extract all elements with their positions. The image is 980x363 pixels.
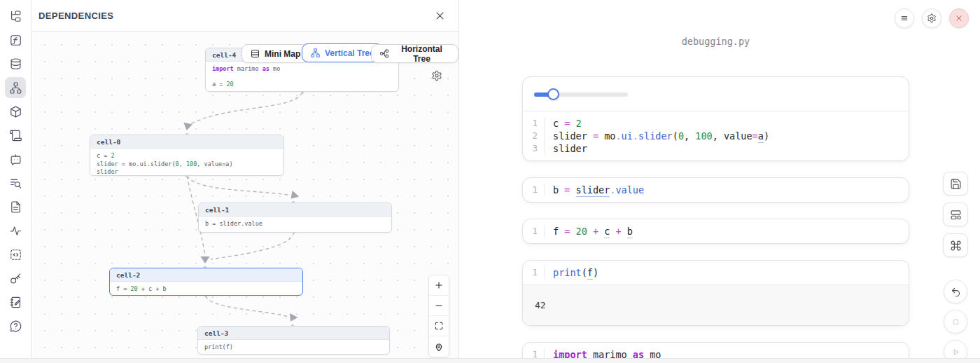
close-panel-button[interactable]	[434, 11, 445, 22]
cell-code[interactable]: f = 20 + c + b	[545, 225, 633, 238]
graph-node-code: import marimo as moa = 20	[206, 62, 398, 92]
documentation-icon	[9, 129, 22, 142]
snippets-icon	[9, 248, 22, 261]
notebook-main: debugging.py 123 c = 2slider = mo.ui.sli…	[459, 0, 980, 363]
shutdown-button[interactable]	[949, 8, 969, 28]
sidebar-item-secrets[interactable]	[5, 268, 26, 289]
sidebar-item-tracing[interactable]	[5, 220, 26, 241]
menu-button[interactable]	[895, 8, 914, 28]
line-numbers: 1	[523, 225, 545, 238]
locate-button[interactable]	[429, 336, 449, 357]
sidebar-item-documentation[interactable]	[5, 125, 26, 146]
command-button[interactable]	[943, 233, 968, 257]
graph-node-cell-0[interactable]: cell-0 c = 2slider = mo.ui.slider(0, 100…	[90, 135, 284, 176]
gear-button[interactable]	[922, 8, 941, 28]
scratchpad-icon	[9, 296, 22, 309]
notebook-cell-1: 1 b = slider.value	[522, 177, 909, 203]
packages-icon	[9, 105, 22, 118]
fullscreen-icon	[434, 321, 444, 331]
cell-code[interactable]: c = 2slider = mo.ui.slider(0, 100, value…	[545, 117, 769, 155]
dependency-graph-canvas[interactable]: cell-4 import marimo as moa = 20 cell-0 …	[31, 32, 458, 363]
command-icon	[950, 240, 962, 252]
minimap-icon	[250, 48, 260, 59]
notebook-header-actions	[895, 8, 969, 28]
notebook-cell-2: 1 f = 20 + c + b	[522, 219, 909, 244]
graph-node-title: cell-1	[199, 203, 391, 217]
cell-code[interactable]: print(f)	[545, 266, 598, 279]
document-icon	[9, 200, 22, 214]
marimo-app: DEPENDENCIES cell-4 import marimo as moa…	[0, 0, 980, 363]
stop-icon	[951, 317, 961, 327]
close-icon	[435, 11, 445, 21]
slider-thumb[interactable]	[547, 88, 559, 100]
graph-zoom-controls	[428, 275, 449, 357]
shutdown-icon	[954, 13, 964, 23]
line-numbers: 1	[523, 266, 545, 279]
notebook-cell-0: 123 c = 2slider = mo.ui.slider(0, 100, v…	[522, 76, 909, 161]
gear-icon	[927, 13, 937, 23]
sidebar-item-packages[interactable]	[5, 101, 26, 122]
file-tree-icon	[9, 10, 22, 23]
graph-node-title: cell-2	[110, 268, 302, 282]
help-icon	[9, 320, 22, 333]
cell-code[interactable]: b = slider.value	[545, 184, 644, 196]
cell-editor[interactable]: 1 b = slider.value	[523, 178, 909, 202]
sidebar-item-help[interactable]	[5, 315, 26, 336]
graph-node-cell-1[interactable]: cell-1 b = slider.value	[198, 203, 392, 233]
line-numbers: 123	[523, 117, 545, 155]
cell-output-text: 42	[523, 285, 909, 325]
graph-node-title: cell-0	[90, 135, 284, 149]
sidebar-item-scratchpad[interactable]	[5, 292, 26, 313]
sidebar-item-datasources[interactable]	[5, 53, 26, 74]
layout-button[interactable]	[943, 203, 968, 226]
zoom-out-icon	[434, 301, 444, 310]
sidebar-item-logs[interactable]	[5, 172, 26, 193]
sidebar-item-chat[interactable]	[5, 149, 26, 170]
tracing-icon	[9, 224, 22, 238]
chat-icon	[9, 153, 22, 166]
undo-button[interactable]	[944, 280, 967, 303]
graph-settings-button[interactable]	[430, 70, 443, 83]
graph-node-code: b = slider.value	[199, 217, 391, 232]
line-numbers: 1	[523, 184, 545, 196]
edge-cell-0-cell-1	[187, 176, 288, 195]
save-icon	[950, 178, 962, 190]
fullscreen-button[interactable]	[429, 316, 449, 336]
graph-node-cell-2[interactable]: cell-2 f = 20 + c + b	[109, 268, 303, 296]
button-label: Horizontal Tree	[393, 44, 450, 64]
graph-node-code: f = 20 + c + b	[110, 282, 302, 296]
sidebar-item-dependencies[interactable]	[5, 77, 26, 98]
notebook-side-actions	[943, 172, 968, 363]
secrets-icon	[9, 272, 22, 285]
dependencies-panel-header: DEPENDENCIES	[31, 0, 458, 32]
sidebar-item-variables[interactable]	[5, 29, 26, 50]
status-bar	[0, 358, 980, 363]
sidebar-item-document[interactable]	[5, 196, 26, 217]
gear-icon	[431, 70, 442, 81]
button-label: Vertical Tree	[325, 48, 374, 58]
cell-editor[interactable]: 1 print(f)	[523, 261, 909, 285]
datasources-icon	[9, 57, 22, 71]
filename: debugging.py	[522, 36, 909, 47]
save-button[interactable]	[943, 172, 968, 196]
cell-output-slider	[523, 77, 909, 111]
vertical-tree-icon	[310, 48, 321, 58]
run-icon	[951, 347, 961, 357]
locate-icon	[434, 342, 444, 352]
dependencies-icon	[9, 81, 22, 95]
graph-node-cell-3[interactable]: cell-3 print(f)	[197, 326, 390, 355]
variables-icon	[9, 34, 22, 47]
sidebar-item-file-tree[interactable]	[5, 6, 26, 27]
graph-view-mini-map-button[interactable]: Mini Map	[241, 44, 309, 63]
zoom-out-button[interactable]	[429, 296, 449, 316]
cell-editor[interactable]: 123 c = 2slider = mo.ui.slider(0, 100, v…	[523, 111, 909, 160]
graph-node-title: cell-3	[198, 327, 389, 340]
slider-widget[interactable]	[534, 88, 628, 100]
stop-button[interactable]	[944, 310, 967, 334]
helper-sidebar	[0, 0, 31, 363]
sidebar-item-snippets[interactable]	[5, 244, 26, 265]
zoom-in-button[interactable]	[429, 275, 449, 296]
cell-editor[interactable]: 1 f = 20 + c + b	[523, 219, 909, 243]
graph-view-horizontal-tree-button[interactable]: Horizontal Tree	[371, 44, 458, 63]
notebook-cell-3: 1 print(f) 42	[522, 260, 909, 326]
